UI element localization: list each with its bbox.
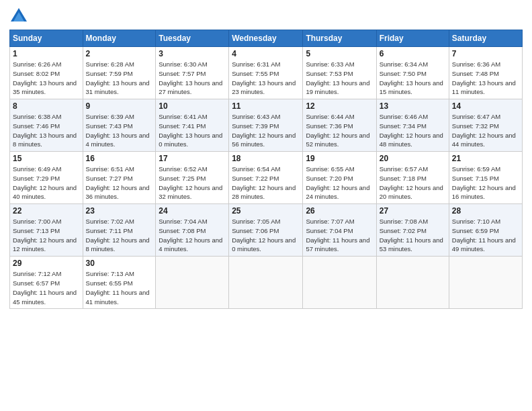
- day-number: 15: [13, 154, 80, 163]
- day-info: Sunrise: 6:33 AMSunset: 7:53 PMDaylight:…: [306, 60, 369, 95]
- day-number: 18: [232, 154, 300, 163]
- calendar-cell: 23 Sunrise: 7:02 AMSunset: 7:11 PMDaylig…: [83, 204, 156, 257]
- day-header-thursday: Thursday: [303, 30, 376, 47]
- calendar-table: SundayMondayTuesdayWednesdayThursdayFrid…: [9, 30, 523, 309]
- day-info: Sunrise: 6:54 AMSunset: 7:22 PMDaylight:…: [232, 165, 296, 200]
- calendar-cell: 24 Sunrise: 7:04 AMSunset: 7:08 PMDaylig…: [156, 204, 229, 257]
- day-number: 28: [452, 206, 519, 216]
- day-number: 12: [306, 101, 373, 111]
- calendar-week-row: 15 Sunrise: 6:49 AMSunset: 7:29 PMDaylig…: [10, 152, 523, 204]
- calendar-cell: 16 Sunrise: 6:51 AMSunset: 7:27 PMDaylig…: [83, 152, 156, 204]
- calendar-cell: 21 Sunrise: 6:59 AMSunset: 7:15 PMDaylig…: [449, 152, 522, 204]
- day-number: 4: [232, 49, 300, 58]
- calendar-cell: [229, 257, 303, 309]
- day-number: 3: [159, 49, 226, 58]
- day-info: Sunrise: 6:34 AMSunset: 7:50 PMDaylight:…: [380, 60, 443, 95]
- calendar-week-row: 1 Sunrise: 6:26 AMSunset: 8:02 PMDayligh…: [10, 47, 523, 99]
- calendar-cell: 15 Sunrise: 6:49 AMSunset: 7:29 PMDaylig…: [10, 152, 83, 204]
- day-number: 24: [159, 206, 226, 216]
- day-number: 8: [13, 101, 80, 111]
- day-info: Sunrise: 6:36 AMSunset: 7:48 PMDaylight:…: [452, 60, 516, 95]
- day-info: Sunrise: 6:51 AMSunset: 7:27 PMDaylight:…: [86, 165, 150, 200]
- day-number: 2: [86, 49, 153, 58]
- calendar-cell: 20 Sunrise: 6:57 AMSunset: 7:18 PMDaylig…: [376, 152, 449, 204]
- day-number: 27: [380, 206, 446, 216]
- day-info: Sunrise: 7:13 AMSunset: 6:55 PMDaylight:…: [86, 270, 150, 305]
- day-number: 17: [159, 154, 226, 163]
- calendar-cell: 17 Sunrise: 6:52 AMSunset: 7:25 PMDaylig…: [156, 152, 229, 204]
- calendar-cell: 26 Sunrise: 7:07 AMSunset: 7:04 PMDaylig…: [303, 204, 376, 257]
- day-info: Sunrise: 6:52 AMSunset: 7:25 PMDaylight:…: [159, 165, 222, 200]
- day-number: 7: [452, 49, 519, 58]
- day-info: Sunrise: 7:05 AMSunset: 7:06 PMDaylight:…: [232, 218, 296, 253]
- calendar-week-row: 8 Sunrise: 6:38 AMSunset: 7:46 PMDayligh…: [10, 99, 523, 152]
- day-header-sunday: Sunday: [10, 30, 83, 47]
- day-number: 25: [232, 206, 300, 216]
- day-info: Sunrise: 6:26 AMSunset: 8:02 PMDaylight:…: [13, 60, 77, 95]
- day-info: Sunrise: 6:28 AMSunset: 7:59 PMDaylight:…: [86, 60, 150, 95]
- day-info: Sunrise: 7:08 AMSunset: 7:02 PMDaylight:…: [380, 218, 443, 253]
- calendar-cell: 25 Sunrise: 7:05 AMSunset: 7:06 PMDaylig…: [229, 204, 303, 257]
- calendar-cell: 5 Sunrise: 6:33 AMSunset: 7:53 PMDayligh…: [303, 47, 376, 99]
- day-info: Sunrise: 6:55 AMSunset: 7:20 PMDaylight:…: [306, 165, 369, 200]
- day-info: Sunrise: 6:38 AMSunset: 7:46 PMDaylight:…: [13, 113, 77, 148]
- calendar-cell: 27 Sunrise: 7:08 AMSunset: 7:02 PMDaylig…: [376, 204, 449, 257]
- day-info: Sunrise: 7:12 AMSunset: 6:57 PMDaylight:…: [13, 270, 77, 305]
- day-number: 13: [380, 101, 446, 111]
- calendar-header-row: SundayMondayTuesdayWednesdayThursdayFrid…: [10, 30, 523, 47]
- calendar-cell: 4 Sunrise: 6:31 AMSunset: 7:55 PMDayligh…: [229, 47, 303, 99]
- day-info: Sunrise: 7:00 AMSunset: 7:13 PMDaylight:…: [13, 218, 77, 253]
- calendar-cell: 2 Sunrise: 6:28 AMSunset: 7:59 PMDayligh…: [83, 47, 156, 99]
- day-info: Sunrise: 6:41 AMSunset: 7:41 PMDaylight:…: [159, 113, 222, 148]
- day-number: 21: [452, 154, 519, 163]
- day-number: 1: [13, 49, 80, 58]
- day-info: Sunrise: 6:43 AMSunset: 7:39 PMDaylight:…: [232, 113, 296, 148]
- day-header-monday: Monday: [83, 30, 156, 47]
- day-number: 14: [452, 101, 519, 111]
- calendar-cell: 11 Sunrise: 6:43 AMSunset: 7:39 PMDaylig…: [229, 99, 303, 152]
- day-number: 20: [380, 154, 446, 163]
- calendar-cell: 18 Sunrise: 6:54 AMSunset: 7:22 PMDaylig…: [229, 152, 303, 204]
- calendar-cell: 22 Sunrise: 7:00 AMSunset: 7:13 PMDaylig…: [10, 204, 83, 257]
- calendar-week-row: 22 Sunrise: 7:00 AMSunset: 7:13 PMDaylig…: [10, 204, 523, 257]
- day-header-saturday: Saturday: [449, 30, 522, 47]
- calendar-cell: 3 Sunrise: 6:30 AMSunset: 7:57 PMDayligh…: [156, 47, 229, 99]
- header: [9, 7, 523, 26]
- calendar-cell: 10 Sunrise: 6:41 AMSunset: 7:41 PMDaylig…: [156, 99, 229, 152]
- day-info: Sunrise: 6:46 AMSunset: 7:34 PMDaylight:…: [380, 113, 443, 148]
- day-number: 11: [232, 101, 300, 111]
- calendar-cell: 8 Sunrise: 6:38 AMSunset: 7:46 PMDayligh…: [10, 99, 83, 152]
- logo-area: [9, 7, 30, 26]
- calendar-cell: [449, 257, 522, 309]
- calendar-cell: [156, 257, 229, 309]
- calendar-cell: [303, 257, 376, 309]
- day-number: 5: [306, 49, 373, 58]
- page: SundayMondayTuesdayWednesdayThursdayFrid…: [0, 0, 532, 411]
- calendar-cell: 30 Sunrise: 7:13 AMSunset: 6:55 PMDaylig…: [83, 257, 156, 309]
- calendar-cell: 6 Sunrise: 6:34 AMSunset: 7:50 PMDayligh…: [376, 47, 449, 99]
- day-header-friday: Friday: [376, 30, 449, 47]
- day-info: Sunrise: 6:47 AMSunset: 7:32 PMDaylight:…: [452, 113, 516, 148]
- calendar-cell: 14 Sunrise: 6:47 AMSunset: 7:32 PMDaylig…: [449, 99, 522, 152]
- calendar-cell: 13 Sunrise: 6:46 AMSunset: 7:34 PMDaylig…: [376, 99, 449, 152]
- day-info: Sunrise: 6:57 AMSunset: 7:18 PMDaylight:…: [380, 165, 443, 200]
- calendar-cell: 7 Sunrise: 6:36 AMSunset: 7:48 PMDayligh…: [449, 47, 522, 99]
- day-number: 16: [86, 154, 153, 163]
- day-info: Sunrise: 6:59 AMSunset: 7:15 PMDaylight:…: [452, 165, 516, 200]
- day-number: 10: [159, 101, 226, 111]
- day-info: Sunrise: 7:04 AMSunset: 7:08 PMDaylight:…: [159, 218, 222, 253]
- day-number: 6: [380, 49, 446, 58]
- day-info: Sunrise: 6:39 AMSunset: 7:43 PMDaylight:…: [86, 113, 150, 148]
- day-info: Sunrise: 7:02 AMSunset: 7:11 PMDaylight:…: [86, 218, 150, 253]
- day-number: 30: [86, 259, 153, 268]
- day-number: 22: [13, 206, 80, 216]
- calendar-week-row: 29 Sunrise: 7:12 AMSunset: 6:57 PMDaylig…: [10, 257, 523, 309]
- day-info: Sunrise: 7:10 AMSunset: 6:59 PMDaylight:…: [452, 218, 516, 253]
- logo-icon: [9, 7, 28, 26]
- day-number: 19: [306, 154, 373, 163]
- day-number: 26: [306, 206, 373, 216]
- day-number: 9: [86, 101, 153, 111]
- calendar-cell: 1 Sunrise: 6:26 AMSunset: 8:02 PMDayligh…: [10, 47, 83, 99]
- calendar-cell: 19 Sunrise: 6:55 AMSunset: 7:20 PMDaylig…: [303, 152, 376, 204]
- day-info: Sunrise: 6:31 AMSunset: 7:55 PMDaylight:…: [232, 60, 296, 95]
